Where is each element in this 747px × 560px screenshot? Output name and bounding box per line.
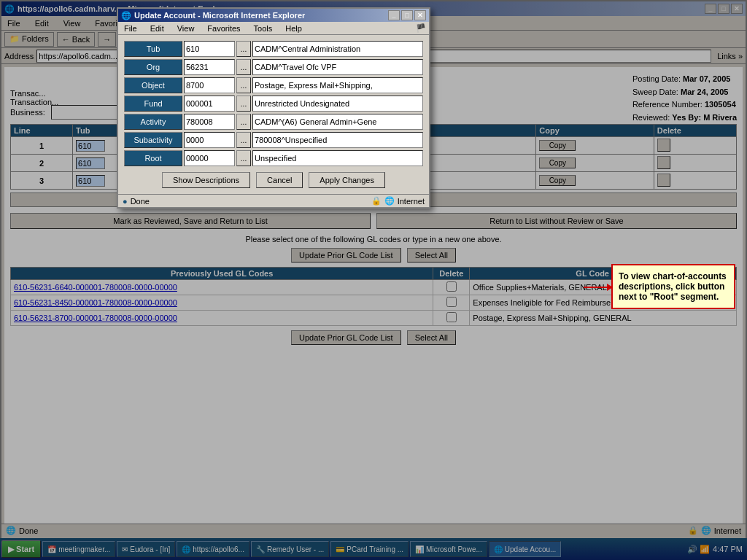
tooltip-box: To view chart-of-accounts descriptions, … — [611, 264, 735, 309]
tub-input[interactable] — [184, 41, 235, 57]
org-row: Org ... — [124, 59, 423, 75]
subactivity-row: Subactivity ... — [124, 132, 423, 148]
modal-zone-label: Internet — [398, 197, 425, 206]
modal-favicon: 🌐 — [121, 11, 131, 20]
modal-form: Tub ... Org ... Object ... Fund ... — [118, 35, 429, 194]
fund-desc[interactable] — [252, 96, 423, 112]
org-input[interactable] — [184, 59, 235, 75]
root-label-button[interactable]: Root — [124, 150, 182, 166]
modal-done-label: Done — [131, 197, 150, 206]
subactivity-desc[interactable] — [252, 132, 423, 148]
apply-changes-button[interactable]: Apply Changes — [309, 172, 385, 188]
modal-status-bar: ● Done 🔒 🌐 Internet — [118, 194, 429, 207]
modal-title: Update Account - Microsoft Internet Expl… — [134, 11, 305, 20]
tub-label-button[interactable]: Tub — [124, 41, 182, 57]
fund-input[interactable] — [184, 96, 235, 112]
fund-label-button[interactable]: Fund — [124, 96, 182, 112]
object-row: Object ... — [124, 77, 423, 93]
modal-menu-view[interactable]: View — [174, 23, 198, 34]
root-desc[interactable] — [252, 150, 423, 166]
tub-row: Tub ... — [124, 41, 423, 57]
modal-menu-tools[interactable]: Tools — [251, 23, 276, 34]
modal-minimize-button[interactable]: _ — [388, 10, 400, 20]
object-label-button[interactable]: Object — [124, 77, 182, 93]
modal-close-button[interactable]: ✕ — [414, 10, 426, 20]
modal-titlebar: 🌐 Update Account - Microsoft Internet Ex… — [118, 9, 429, 22]
fund-row: Fund ... — [124, 96, 423, 112]
tooltip-text: To view chart-of-accounts descriptions, … — [619, 271, 727, 302]
modal-done-icon: ● — [123, 197, 128, 206]
subactivity-ellipsis-button[interactable]: ... — [236, 132, 251, 148]
modal-zone-area: 🔒 🌐 Internet — [371, 196, 425, 206]
modal-action-buttons: Show Descriptions Cancel Apply Changes — [124, 172, 423, 188]
root-input[interactable] — [184, 150, 235, 166]
activity-desc[interactable] — [252, 114, 423, 130]
tub-desc[interactable] — [252, 41, 423, 57]
modal-flag-icon: 🏴 — [416, 23, 426, 33]
org-label-button[interactable]: Org — [124, 59, 182, 75]
root-ellipsis-button[interactable]: ... — [236, 150, 251, 166]
fund-ellipsis-button[interactable]: ... — [236, 96, 251, 112]
modal-menu-favorites[interactable]: Favorites — [204, 23, 243, 34]
modal-menu-edit[interactable]: Edit — [147, 23, 167, 34]
activity-label-button[interactable]: Activity — [124, 114, 182, 130]
object-input[interactable] — [184, 77, 235, 93]
modal-internet-icon: 🌐 — [384, 196, 395, 206]
activity-ellipsis-button[interactable]: ... — [236, 114, 251, 130]
modal-menu-help[interactable]: Help — [282, 23, 305, 34]
modal-menu-file[interactable]: File — [121, 23, 140, 34]
org-desc[interactable] — [252, 59, 423, 75]
org-ellipsis-button[interactable]: ... — [236, 59, 251, 75]
object-ellipsis-button[interactable]: ... — [236, 77, 251, 93]
subactivity-input[interactable] — [184, 132, 235, 148]
modal-lock-icon: 🔒 — [371, 196, 382, 206]
modal-menubar: File Edit View Favorites Tools Help 🏴 — [118, 22, 429, 35]
activity-row: Activity ... — [124, 114, 423, 130]
root-row: Root ... — [124, 150, 423, 166]
subactivity-label-button[interactable]: Subactivity — [124, 132, 182, 148]
update-account-dialog: 🌐 Update Account - Microsoft Internet Ex… — [117, 7, 430, 209]
activity-input[interactable] — [184, 114, 235, 130]
modal-maximize-button[interactable]: □ — [401, 10, 413, 20]
tub-ellipsis-button[interactable]: ... — [236, 41, 251, 57]
modal-titlebar-controls: _ □ ✕ — [388, 10, 426, 20]
tooltip-arrow — [584, 287, 613, 288]
object-desc[interactable] — [252, 77, 423, 93]
show-descriptions-button[interactable]: Show Descriptions — [162, 172, 250, 188]
cancel-button[interactable]: Cancel — [256, 172, 303, 188]
